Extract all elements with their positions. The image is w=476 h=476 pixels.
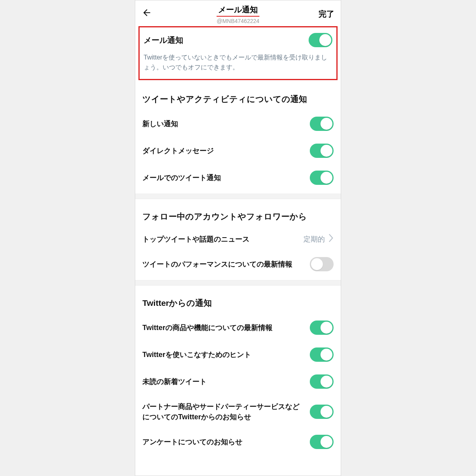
row-label: メールでのツイート通知 [142,173,305,183]
toggle-new-notifications[interactable] [310,117,334,131]
toggle-knob [321,349,332,361]
row-label: パートナー商品やサードパーティーサービスなどについてのTwitterからのお知ら… [142,401,305,422]
header: メール通知 @MNB47462224 完了 [135,0,341,24]
back-button[interactable] [142,8,152,21]
row-label: ダイレクトメッセージ [142,146,305,156]
row-label: Twitterの商品や機能についての最新情報 [142,322,305,333]
toggle-knob [311,258,323,270]
row-new-notifications: 新しい通知 [142,110,334,137]
master-toggle-label: メール通知 [144,35,183,46]
master-toggle-description: Twitterを使っていないときでもメールで最新情報を受け取りましょう。いつでも… [144,53,332,73]
account-handle: @MNB47462224 [217,18,259,24]
toggle-partner-products[interactable] [310,405,334,419]
header-center: メール通知 @MNB47462224 [217,4,259,24]
section-divider [135,194,341,199]
row-tweet-performance: ツイートのパフォーマンスについての最新情報 [142,251,334,278]
section-following-title: フォロー中のアカウントやフォロワーから [142,199,334,228]
row-surveys: アンケートについてのお知らせ [142,428,334,455]
section-divider [135,280,341,286]
arrow-left-icon [142,8,152,18]
toggle-knob [321,406,332,418]
row-label: ツイートのパフォーマンスについての最新情報 [142,259,305,269]
section-twitter-title: Twitterからの通知 [142,286,334,314]
settings-screen: メール通知 @MNB47462224 完了 メール通知 Twitterを使ってい… [135,0,341,476]
toggle-product-features[interactable] [310,321,334,335]
toggle-direct-messages[interactable] [310,144,334,158]
section-activity-title: ツイートやアクティビティについての通知 [142,82,334,110]
row-direct-messages: ダイレクトメッセージ [142,137,334,164]
toggle-knob [321,118,332,130]
chevron-right-icon [329,234,334,244]
page-title: メール通知 [217,4,259,17]
row-label: 未読の新着ツイート [142,376,305,387]
nav-right: 定期的 [303,234,334,244]
toggle-tips[interactable] [310,347,334,362]
top-tweets-value: 定期的 [303,234,325,244]
toggle-unread-tweets[interactable] [310,374,334,389]
row-tips: Twitterを使いこなすためのヒント [142,341,334,368]
row-label: トップツイートや話題のニュース [142,234,299,244]
row-top-tweets[interactable]: トップツイートや話題のニュース 定期的 [142,228,334,251]
toggle-tweet-email[interactable] [310,171,334,185]
row-unread-tweets: 未読の新着ツイート [142,368,334,395]
section-twitter: Twitterからの通知 Twitterの商品や機能についての最新情報 Twit… [135,286,341,455]
master-toggle[interactable] [309,33,332,47]
toggle-knob [319,34,331,46]
toggle-knob [321,376,332,388]
section-following: フォロー中のアカウントやフォロワーから トップツイートや話題のニュース 定期的 … [135,199,341,278]
toggle-knob [321,145,332,157]
row-label: Twitterを使いこなすためのヒント [142,349,305,360]
row-tweet-email: メールでのツイート通知 [142,164,334,191]
toggle-knob [321,172,332,184]
toggle-surveys[interactable] [310,435,334,449]
email-notifications-master: メール通知 Twitterを使っていないときでもメールで最新情報を受け取りましょ… [138,26,338,80]
toggle-knob [321,436,332,448]
row-partner-products: パートナー商品やサードパーティーサービスなどについてのTwitterからのお知ら… [142,395,334,428]
row-label: アンケートについてのお知らせ [142,437,305,447]
toggle-knob [321,322,332,334]
section-activity: ツイートやアクティビティについての通知 新しい通知 ダイレクトメッセージ メール… [135,82,341,191]
row-product-features: Twitterの商品や機能についての最新情報 [142,314,334,341]
toggle-tweet-performance[interactable] [310,257,334,271]
done-button[interactable]: 完了 [319,9,334,19]
row-label: 新しい通知 [142,119,305,129]
